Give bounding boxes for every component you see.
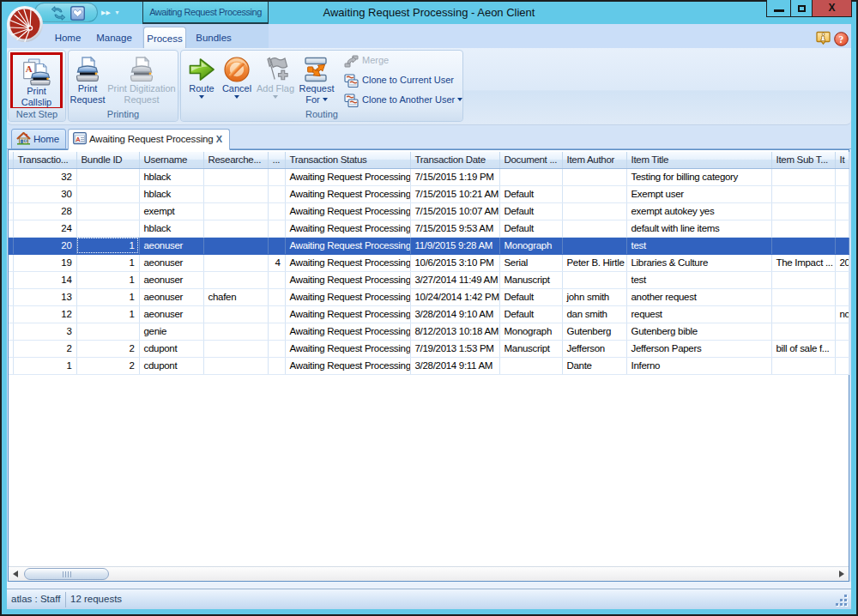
svg-text:A: A	[25, 63, 32, 74]
svg-text:A: A	[76, 136, 81, 143]
svg-text:?: ?	[839, 34, 844, 45]
